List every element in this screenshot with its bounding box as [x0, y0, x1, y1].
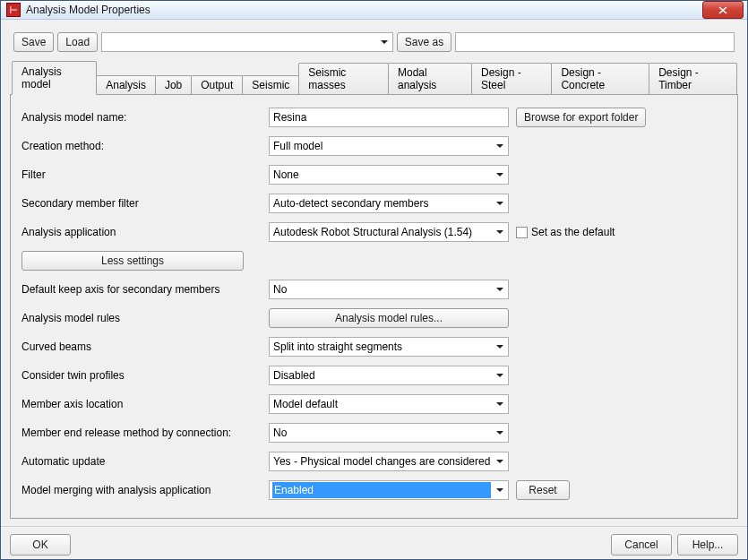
save-as-button[interactable]: Save as [397, 32, 451, 52]
tab-seismic-masses[interactable]: Seismic masses [298, 63, 389, 94]
keep-axis-label: Default keep axis for secondary members [21, 283, 269, 296]
window-title: Analysis Model Properties [26, 4, 702, 16]
secondary-filter-combo[interactable]: Auto-detect secondary members [269, 194, 509, 213]
tab-body: Analysis model name: Browse for export f… [10, 95, 738, 519]
less-settings-button[interactable]: Less settings [21, 251, 244, 271]
secondary-filter-label: Secondary member filter [21, 197, 269, 210]
ok-button[interactable]: OK [10, 534, 71, 556]
tab-analysis[interactable]: Analysis [96, 75, 156, 94]
twin-profiles-label: Consider twin profiles [21, 369, 269, 382]
tab-design-concrete[interactable]: Design - Concrete [551, 63, 649, 94]
load-button[interactable]: Load [57, 32, 98, 52]
browse-export-folder-button[interactable]: Browse for export folder [516, 108, 646, 127]
content-area: Save Load Save as Analysis model Analysi… [1, 20, 747, 526]
model-merging-combo[interactable]: Enabled [269, 480, 509, 500]
tabstrip: Analysis model Analysis Job Output Seism… [10, 61, 738, 95]
preset-combo[interactable] [101, 32, 393, 52]
cancel-button[interactable]: Cancel [611, 534, 672, 556]
tab-modal-analysis[interactable]: Modal analysis [388, 63, 472, 94]
filter-label: Filter [21, 168, 269, 181]
analysis-application-label: Analysis application [21, 226, 269, 238]
analysis-model-rules-button[interactable]: Analysis model rules... [269, 308, 509, 328]
set-default-checkbox[interactable] [516, 227, 528, 238]
model-name-label: Analysis model name: [21, 111, 269, 124]
reset-button[interactable]: Reset [516, 480, 570, 500]
tab-output[interactable]: Output [191, 75, 243, 94]
titlebar[interactable]: Analysis Model Properties [1, 1, 747, 20]
save-button[interactable]: Save [13, 32, 54, 52]
tab-design-timber[interactable]: Design - Timber [649, 63, 737, 94]
app-icon [6, 3, 21, 17]
analysis-application-combo[interactable]: Autodesk Robot Structural Analysis (1.54… [269, 222, 509, 242]
tab-seismic[interactable]: Seismic [242, 75, 299, 94]
release-method-label: Member end release method by connection: [21, 426, 269, 439]
rules-label: Analysis model rules [21, 312, 269, 324]
dialog-window: Analysis Model Properties Save Load Save… [0, 0, 748, 560]
axis-location-label: Member axis location [21, 398, 269, 410]
close-icon [718, 6, 727, 14]
footer: OK Cancel Help... [1, 526, 747, 560]
close-button[interactable] [702, 1, 744, 19]
keep-axis-combo[interactable]: No [269, 280, 509, 299]
curved-beams-combo[interactable]: Split into straight segments [269, 337, 509, 357]
auto-update-combo[interactable]: Yes - Physical model changes are conside… [269, 452, 509, 471]
help-button[interactable]: Help... [677, 534, 738, 556]
creation-method-label: Creation method: [21, 140, 269, 152]
save-as-input[interactable] [455, 32, 735, 52]
model-merging-label: Model merging with analysis application [21, 484, 269, 496]
axis-location-combo[interactable]: Model default [269, 394, 509, 414]
creation-method-combo[interactable]: Full model [269, 136, 509, 156]
release-method-combo[interactable]: No [269, 423, 509, 443]
tab-job[interactable]: Job [155, 75, 192, 94]
tab-design-steel[interactable]: Design - Steel [471, 63, 552, 94]
set-default-label: Set as the default [531, 226, 615, 238]
tab-analysis-model[interactable]: Analysis model [12, 61, 97, 95]
twin-profiles-combo[interactable]: Disabled [269, 366, 509, 385]
filter-combo[interactable]: None [269, 165, 509, 185]
curved-beams-label: Curved beams [21, 340, 269, 353]
model-name-input[interactable] [269, 108, 509, 127]
toolbar: Save Load Save as [10, 27, 738, 61]
auto-update-label: Automatic update [21, 455, 269, 468]
